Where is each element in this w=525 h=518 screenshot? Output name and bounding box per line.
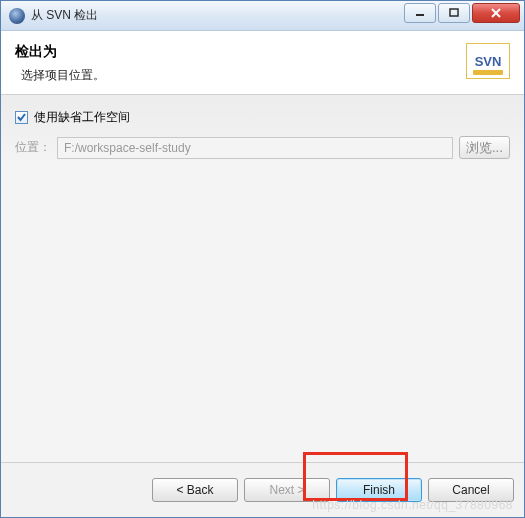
close-icon — [490, 8, 502, 18]
minimize-button[interactable] — [404, 3, 436, 23]
browse-button: 浏览... — [459, 136, 510, 159]
page-title: 检出为 — [15, 43, 466, 61]
wizard-header: 检出为 选择项目位置。 SVN — [1, 31, 524, 95]
maximize-button[interactable] — [438, 3, 470, 23]
window-controls — [404, 1, 524, 30]
next-button: Next > — [244, 478, 330, 502]
use-default-workspace-checkbox[interactable] — [15, 111, 28, 124]
checkmark-icon — [16, 112, 27, 123]
finish-button[interactable]: Finish — [336, 478, 422, 502]
close-button[interactable] — [472, 3, 520, 23]
use-default-workspace-label: 使用缺省工作空间 — [34, 109, 130, 126]
page-subtitle: 选择项目位置。 — [15, 67, 466, 84]
svn-logo-text: SVN — [475, 54, 502, 69]
location-input — [57, 137, 453, 159]
minimize-icon — [415, 8, 425, 18]
header-text-block: 检出为 选择项目位置。 — [15, 43, 466, 84]
location-label: 位置： — [15, 139, 51, 156]
window-title: 从 SVN 检出 — [31, 7, 404, 24]
wizard-footer: < Back Next > Finish Cancel — [1, 463, 524, 517]
maximize-icon — [449, 8, 459, 18]
default-workspace-row: 使用缺省工作空间 — [15, 109, 510, 126]
titlebar[interactable]: 从 SVN 检出 — [1, 1, 524, 31]
wizard-body: 使用缺省工作空间 位置： 浏览... — [1, 95, 524, 463]
dialog-window: 从 SVN 检出 检出为 选择项目位置。 SVN 使用缺省工作空间 — [0, 0, 525, 518]
location-row: 位置： 浏览... — [15, 136, 510, 159]
back-button[interactable]: < Back — [152, 478, 238, 502]
app-icon — [9, 8, 25, 24]
svn-logo-icon: SVN — [466, 43, 510, 79]
svg-rect-1 — [450, 9, 458, 16]
cancel-button[interactable]: Cancel — [428, 478, 514, 502]
